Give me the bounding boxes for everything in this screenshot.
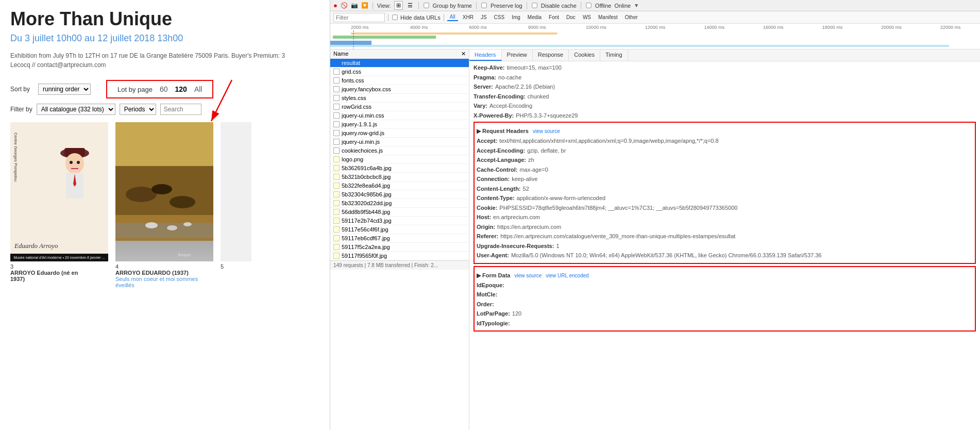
- fd-idepoque: IdEpoque:: [477, 281, 973, 290]
- file-item-img6[interactable]: 56dd8b9f5b448.jpg: [330, 208, 469, 217]
- sort-select[interactable]: running order: [38, 84, 91, 95]
- file-item-img11[interactable]: 59117f9565f0f.jpg: [330, 252, 469, 260]
- svg-rect-22: [333, 36, 436, 39]
- file-name-rowgridjs: jquery.row-grid.js: [342, 130, 384, 136]
- file-item-gridcss[interactable]: grid.css: [330, 68, 469, 76]
- file-icon-cookiechoices: [333, 147, 340, 154]
- toolbar-sep-3: [476, 2, 477, 9]
- file-name-img2: 5b321b0cbcbc8.jpg: [342, 174, 391, 180]
- type-css-btn[interactable]: CSS: [492, 14, 508, 21]
- file-item-jqueryjs[interactable]: jquery-1.9.1.js: [330, 120, 469, 129]
- form-data-view-source[interactable]: view source: [514, 273, 542, 278]
- tab-cookies[interactable]: Cookies: [569, 49, 600, 61]
- file-icon-img9: [333, 235, 340, 241]
- file-item-img2[interactable]: 5b321b0cbcbc8.jpg: [330, 173, 469, 181]
- type-doc-btn[interactable]: Doc: [564, 14, 578, 21]
- svg-point-14: [170, 196, 195, 208]
- svg-rect-16: [115, 223, 213, 238]
- type-ws-btn[interactable]: WS: [580, 14, 594, 21]
- network-filter-input[interactable]: [333, 13, 385, 22]
- type-manifest-btn[interactable]: Manifest: [596, 14, 620, 21]
- file-item-img4[interactable]: 5b32304c985b6.jpg: [330, 190, 469, 199]
- type-font-btn[interactable]: Font: [546, 14, 562, 21]
- fd-order: Order:: [477, 300, 973, 309]
- file-name-fontscss: fonts.css: [342, 77, 364, 84]
- filter-periods-select[interactable]: Periods: [120, 104, 156, 115]
- file-item-jqueryuijs[interactable]: jquery-ui.min.js: [330, 138, 469, 146]
- file-item-stylescss[interactable]: styles.css: [330, 94, 469, 103]
- devtools-toolbar: ● 🚫 📷 🔽 View: ⊞ ☰ Group by frame Preserv…: [330, 0, 980, 11]
- group-by-frame-checkbox[interactable]: [424, 3, 429, 8]
- file-item-jqueryuicss[interactable]: jquery-ui.min.css: [330, 111, 469, 120]
- tab-timing[interactable]: Timing: [600, 49, 628, 61]
- poster-text: Centre Georges Pompidou: [13, 133, 18, 181]
- poster-figure-svg: [46, 138, 93, 210]
- file-icon-jqueryuijs: [333, 139, 340, 145]
- file-name-img10: 59117f5c2a2ea.jpg: [342, 244, 390, 250]
- type-img-btn[interactable]: Img: [509, 14, 523, 21]
- tab-headers[interactable]: Headers: [469, 49, 502, 61]
- filter-catalogue-select[interactable]: All catalogue (332 lots): [37, 104, 115, 115]
- offline-checkbox[interactable]: [586, 3, 591, 8]
- fd-lotparpage: LotParPage: 120: [477, 309, 973, 318]
- preserve-log-checkbox[interactable]: [481, 3, 486, 8]
- tl-10000: 10000 ms: [567, 25, 626, 30]
- file-item-logopng[interactable]: logo.png: [330, 155, 469, 164]
- file-item-fancybox[interactable]: jquery.fancybox.css: [330, 85, 469, 94]
- file-item-img9[interactable]: 59117eb6cdf67.jpg: [330, 234, 469, 243]
- tab-preview[interactable]: Preview: [502, 49, 533, 61]
- file-item-rowgridcss[interactable]: rowGrid.css: [330, 103, 469, 111]
- toolbar-sep-5: [581, 2, 581, 9]
- file-icon-img10: [333, 244, 340, 250]
- file-item-resultat[interactable]: resultat: [330, 59, 469, 68]
- file-item-fontscss[interactable]: fonts.css: [330, 76, 469, 85]
- online-dropdown-icon[interactable]: ▼: [634, 3, 639, 8]
- camera-button[interactable]: 📷: [351, 2, 358, 9]
- clear-button[interactable]: 🚫: [341, 2, 348, 9]
- file-item-img1[interactable]: 5b362691c6a4b.jpg: [330, 164, 469, 173]
- type-other-btn[interactable]: Other: [622, 14, 640, 21]
- file-list-footer: 149 requests | 7.8 MB transferred | Fini…: [330, 260, 469, 270]
- file-item-img5[interactable]: 5b323020d22dd.jpg: [330, 199, 469, 208]
- disable-cache-checkbox[interactable]: [532, 3, 537, 8]
- painting-svg: Arroyo: [115, 122, 213, 261]
- file-name-img11: 59117f9565f0f.jpg: [342, 253, 387, 259]
- type-all-btn[interactable]: All: [447, 13, 458, 21]
- view-grid-icon[interactable]: ⊞: [394, 1, 403, 10]
- request-headers-title: ▶ Request Headers view source: [477, 128, 973, 135]
- rh-cookie: Cookie: PHPSESSID=78qtfie59gleoah6tni7t8…: [477, 204, 973, 212]
- lot-num-60[interactable]: 60: [160, 85, 168, 93]
- file-item-cookiechoices[interactable]: cookiechoices.js: [330, 146, 469, 155]
- svg-point-19: [183, 222, 192, 226]
- file-item-img3[interactable]: 5b322fe8ea6d4.jpg: [330, 181, 469, 190]
- file-icon-img1: [333, 165, 340, 171]
- sort-label: Sort by: [10, 86, 30, 93]
- lot-num-all[interactable]: All: [194, 85, 202, 93]
- lot-card-4: Arroyo 4 ARROYO EDUARDO (1937) Seuls mon…: [115, 122, 213, 288]
- file-name-rowgridcss: rowGrid.css: [342, 104, 371, 110]
- file-item-img7[interactable]: 59117e2b74cd3.jpg: [330, 217, 469, 225]
- type-xhr-btn[interactable]: XHR: [460, 14, 476, 21]
- close-icon[interactable]: ✕: [461, 51, 466, 57]
- form-data-view-url-encoded[interactable]: view URL encoded: [546, 273, 589, 278]
- search-input[interactable]: [160, 104, 201, 115]
- file-item-rowgridjs[interactable]: jquery.row-grid.js: [330, 129, 469, 138]
- svg-rect-23: [351, 32, 557, 35]
- view-list-icon[interactable]: ☰: [406, 2, 414, 9]
- type-js-btn[interactable]: JS: [478, 14, 489, 21]
- file-item-img10[interactable]: 59117f5c2a2ea.jpg: [330, 243, 469, 252]
- file-item-img8[interactable]: 59117e56c4f6f.jpg: [330, 225, 469, 234]
- details-panel: Headers Preview Response Cookies Timing …: [469, 49, 980, 430]
- record-button[interactable]: ●: [333, 2, 337, 9]
- hide-data-urls-checkbox[interactable]: [392, 14, 397, 20]
- request-headers-view-source[interactable]: view source: [533, 128, 560, 134]
- file-name-img3: 5b322fe8ea6d4.jpg: [342, 183, 390, 189]
- tab-response[interactable]: Response: [533, 49, 569, 61]
- fd-idtypologie: IdTypologie:: [477, 319, 973, 328]
- header-vary: Vary: Accept-Encoding: [474, 102, 976, 110]
- rh-content-length: Content-Length: 52: [477, 185, 973, 193]
- filter-button[interactable]: 🔽: [361, 2, 368, 9]
- lot-num-120[interactable]: 120: [175, 85, 187, 93]
- type-media-btn[interactable]: Media: [525, 14, 544, 21]
- file-name-img5: 5b323020d22dd.jpg: [342, 200, 392, 206]
